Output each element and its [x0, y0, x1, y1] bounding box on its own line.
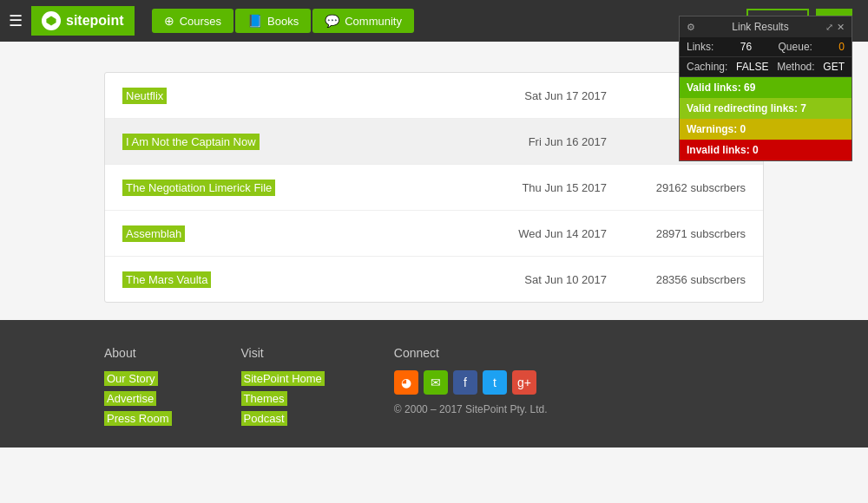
logo-text: sitepoint: [66, 13, 124, 29]
logo[interactable]: sitepoint: [31, 6, 135, 36]
nav-items: ⊕ Courses 📘 Books 💬 Community: [152, 9, 747, 33]
panel-resize-icon[interactable]: ⤢: [825, 22, 833, 33]
table-row: Neutflix Sat Jun 17 2017 2967: [105, 73, 763, 119]
row-date: Wed Jun 14 2017: [494, 227, 607, 240]
footer-visit-heading: Visit: [241, 346, 325, 360]
copyright: © 2000 – 2017 SitePoint Pty. Ltd.: [394, 403, 548, 415]
twitter-icon[interactable]: t: [483, 370, 507, 395]
footer-connect: Connect ◕ ✉ f t g+ © 2000 – 2017 SitePoi…: [394, 346, 548, 430]
table-row: The Negotiation Limerick File Thu Jun 15…: [105, 165, 763, 211]
articles-table: Neutflix Sat Jun 17 2017 2967 I Am Not t…: [104, 72, 764, 303]
valid-links-stat: Valid links: 69: [680, 77, 852, 98]
caching-label: Caching:: [687, 61, 727, 73]
footer-podcast[interactable]: Podcast: [241, 411, 287, 426]
article-link[interactable]: The Negotiation Limerick File: [122, 180, 275, 196]
table-row: Assemblah Wed Jun 14 2017 28971 subscrbe…: [105, 211, 763, 257]
footer-sitepoint-home[interactable]: SitePoint Home: [241, 371, 325, 386]
row-date: Sat Jun 17 2017: [494, 89, 607, 102]
panel-caching-row: Caching: FALSE Method: GET: [680, 57, 852, 77]
article-link[interactable]: Assemblah: [122, 225, 185, 242]
link-results-panel: ⚙ Link Results ⤢ ✕ Links: 76 Queue: 0 Ca…: [679, 16, 852, 161]
footer-connect-heading: Connect: [394, 346, 548, 360]
method-value: GET: [823, 61, 845, 73]
courses-icon: ⊕: [164, 14, 174, 28]
row-subscribers: 28971 subscrbers: [633, 227, 746, 240]
table-row: The Mars Vaulta Sat Jun 10 2017 28356 su…: [105, 257, 763, 302]
rss-icon[interactable]: ◕: [394, 370, 418, 395]
row-title: I Am Not the Captain Now: [122, 134, 494, 148]
panel-links-row: Links: 76 Queue: 0: [680, 37, 852, 57]
footer-themes[interactable]: Themes: [241, 391, 287, 406]
gear-icon[interactable]: ⚙: [687, 22, 695, 33]
article-link[interactable]: The Mars Vaulta: [122, 271, 211, 288]
panel-header: ⚙ Link Results ⤢ ✕: [680, 16, 852, 37]
nav-community[interactable]: 💬 Community: [312, 9, 414, 33]
nav-courses-label: Courses: [180, 15, 221, 28]
warnings-stat: Warnings: 0: [680, 119, 852, 140]
gplus-icon[interactable]: g+: [512, 370, 536, 395]
links-value: 76: [740, 41, 752, 53]
valid-redirecting-stat: Valid redirecting links: 7: [680, 98, 852, 119]
panel-title: Link Results: [695, 21, 825, 33]
facebook-icon[interactable]: f: [453, 370, 477, 395]
row-date: Thu Jun 15 2017: [494, 181, 607, 194]
article-link[interactable]: Neutflix: [122, 88, 167, 104]
caching-value: FALSE: [736, 61, 768, 73]
method-label: Method:: [777, 61, 814, 73]
row-date: Sat Jun 10 2017: [494, 273, 607, 286]
row-title: Assemblah: [122, 226, 494, 240]
table-row: I Am Not the Captain Now Fri Jun 16 2017…: [105, 119, 763, 165]
row-subscribers: 29162 subscrbers: [633, 181, 746, 194]
footer-about-heading: About: [104, 346, 172, 360]
row-date: Fri Jun 16 2017: [494, 135, 607, 148]
footer-about: About Our Story Advertise Press Room: [104, 346, 172, 430]
footer-press-room[interactable]: Press Room: [104, 411, 172, 426]
books-icon: 📘: [247, 14, 262, 28]
footer-our-story[interactable]: Our Story: [104, 371, 158, 386]
links-label: Links:: [687, 41, 713, 53]
row-subscribers: 28356 subscrbers: [633, 273, 746, 286]
invalid-links-stat: Invalid links: 0: [680, 140, 852, 160]
row-title: Neutflix: [122, 88, 494, 102]
nav-books-label: Books: [267, 15, 299, 28]
queue-label: Queue:: [779, 41, 812, 53]
svg-marker-0: [46, 16, 56, 25]
article-link[interactable]: I Am Not the Captain Now: [122, 134, 260, 150]
email-icon[interactable]: ✉: [424, 370, 448, 395]
queue-value: 0: [838, 41, 845, 53]
row-title: The Mars Vaulta: [122, 272, 494, 286]
social-icons: ◕ ✉ f t g+: [394, 370, 548, 395]
row-title: The Negotiation Limerick File: [122, 180, 494, 194]
nav-books[interactable]: 📘 Books: [235, 9, 311, 33]
footer-advertise[interactable]: Advertise: [104, 391, 156, 406]
nav-community-label: Community: [345, 15, 402, 28]
nav-courses[interactable]: ⊕ Courses: [152, 9, 233, 33]
community-icon: 💬: [325, 14, 339, 28]
logo-icon: [42, 11, 61, 30]
footer: About Our Story Advertise Press Room Vis…: [0, 320, 868, 447]
panel-close-icon[interactable]: ✕: [837, 22, 845, 33]
menu-icon[interactable]: ☰: [9, 11, 23, 30]
footer-visit: Visit SitePoint Home Themes Podcast: [241, 346, 325, 430]
